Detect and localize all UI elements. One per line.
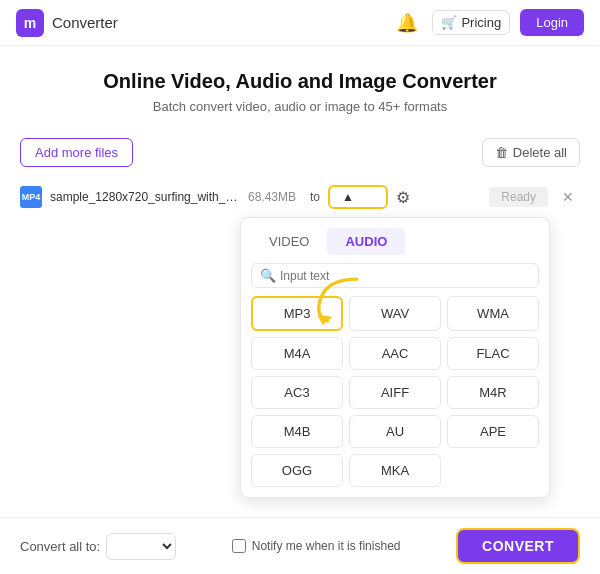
file-name: sample_1280x720_surfing_with_a...: [50, 190, 240, 204]
file-row: MP4 sample_1280x720_surfing_with_a... 68…: [0, 179, 600, 215]
format-option-wav[interactable]: WAV: [349, 296, 441, 331]
search-icon: 🔍: [260, 268, 276, 283]
format-option-m4r[interactable]: M4R: [447, 376, 539, 409]
add-more-files-button[interactable]: Add more files: [20, 138, 133, 167]
trash-icon: 🗑: [495, 145, 508, 160]
toolbar: Add more files 🗑 Delete all: [0, 130, 600, 175]
format-option-m4b[interactable]: M4B: [251, 415, 343, 448]
header: m Converter 🔔 🛒 Pricing Login: [0, 0, 600, 46]
convert-all-select[interactable]: [106, 533, 176, 560]
format-option-wma[interactable]: WMA: [447, 296, 539, 331]
hero-heading: Online Video, Audio and Image Converter: [16, 70, 584, 93]
format-option-aac[interactable]: AAC: [349, 337, 441, 370]
to-label: to: [310, 190, 320, 204]
format-option-aiff[interactable]: AIFF: [349, 376, 441, 409]
chevron-up-icon: ▲: [342, 190, 354, 204]
pricing-button[interactable]: 🛒 Pricing: [432, 10, 510, 35]
remove-file-button[interactable]: ✕: [556, 187, 580, 207]
cart-icon: 🛒: [441, 15, 457, 30]
format-option-ape[interactable]: APE: [447, 415, 539, 448]
file-area: MP4 sample_1280x720_surfing_with_a... 68…: [0, 179, 600, 519]
format-dropdown-popup: VIDEO AUDIO 🔍 MP3WAVWMAM4AAACFLACAC3AIFF…: [240, 217, 550, 498]
format-option-au[interactable]: AU: [349, 415, 441, 448]
notification-button[interactable]: 🔔: [392, 8, 422, 38]
hero-section: Online Video, Audio and Image Converter …: [0, 46, 600, 130]
convert-button[interactable]: CONVERT: [456, 528, 580, 564]
format-option-ogg[interactable]: OGG: [251, 454, 343, 487]
convert-all-row: Convert all to:: [20, 533, 176, 560]
format-option-mka[interactable]: MKA: [349, 454, 441, 487]
delete-all-button[interactable]: 🗑 Delete all: [482, 138, 580, 167]
settings-button[interactable]: ⚙: [396, 188, 410, 207]
format-option-ac3[interactable]: AC3: [251, 376, 343, 409]
login-button[interactable]: Login: [520, 9, 584, 36]
app-title: Converter: [52, 14, 118, 31]
header-right: 🔔 🛒 Pricing Login: [392, 8, 584, 38]
file-type-icon: MP4: [20, 186, 42, 208]
hero-subtext: Batch convert video, audio or image to 4…: [16, 99, 584, 114]
notify-checkbox[interactable]: [232, 539, 246, 553]
format-option-mp3[interactable]: MP3: [251, 296, 343, 331]
tab-audio[interactable]: AUDIO: [327, 228, 405, 255]
format-option-flac[interactable]: FLAC: [447, 337, 539, 370]
notify-row: Notify me when it is finished: [232, 539, 401, 553]
format-option-m4a[interactable]: M4A: [251, 337, 343, 370]
search-row: 🔍: [251, 263, 539, 288]
dropdown-tabs: VIDEO AUDIO: [251, 228, 539, 255]
ready-badge: Ready: [489, 187, 548, 207]
file-size: 68.43MB: [248, 190, 296, 204]
format-search-input[interactable]: [280, 269, 530, 283]
tab-video[interactable]: VIDEO: [251, 228, 327, 255]
convert-all-label: Convert all to:: [20, 539, 100, 554]
notify-label: Notify me when it is finished: [252, 539, 401, 553]
logo-icon: m: [16, 9, 44, 37]
header-left: m Converter: [16, 9, 118, 37]
format-grid: MP3WAVWMAM4AAACFLACAC3AIFFM4RM4BAUAPEOGG…: [251, 296, 539, 487]
format-dropdown[interactable]: ▲: [328, 185, 388, 209]
bottom-bar: Convert all to: Notify me when it is fin…: [0, 517, 600, 574]
